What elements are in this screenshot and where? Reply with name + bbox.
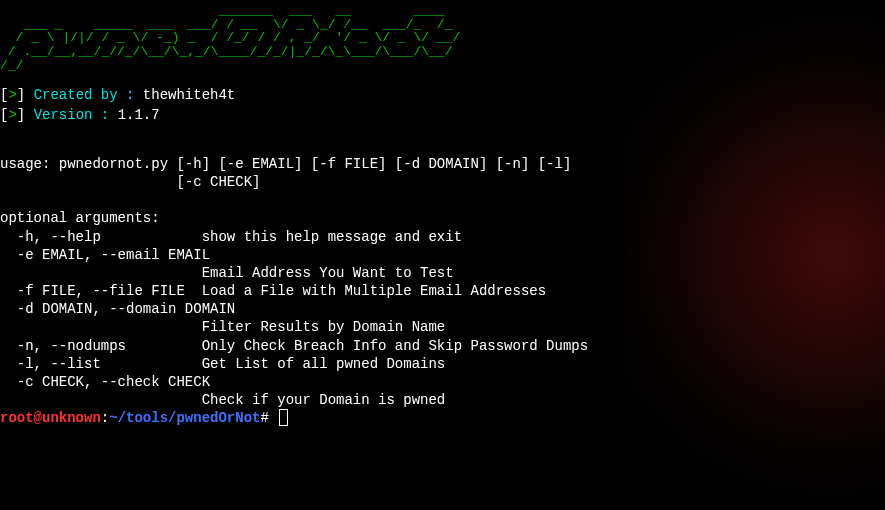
bracket-close: ] (17, 107, 25, 123)
bracket-close: ] (17, 87, 25, 103)
arg-check-2: Check if your Domain is pwned (0, 392, 445, 408)
arg-domain-1: -d DOMAIN, --domain DOMAIN (0, 301, 235, 317)
usage-line2: [-c CHECK] (0, 174, 260, 190)
created-by-value: thewhiteh4t (143, 87, 235, 103)
arg-email-1: -e EMAIL, --email EMAIL (0, 247, 210, 263)
prompt-user-host: root@unknown (0, 410, 101, 426)
arg-file: -f FILE, --file FILE Load a File with Mu… (0, 283, 546, 299)
arg-email-2: Email Address You Want to Test (0, 265, 454, 281)
arrow-icon: > (8, 107, 16, 123)
cursor-icon (279, 409, 288, 426)
arg-list: -l, --list Get List of all pwned Domains (0, 356, 445, 372)
created-by-label: Created by : (34, 87, 135, 103)
usage-line1: usage: pwnedornot.py [-h] [-e EMAIL] [-f… (0, 156, 571, 172)
prompt-hash: # (260, 410, 268, 426)
arg-domain-2: Filter Results by Domain Name (0, 319, 445, 335)
arg-help: -h, --help show this help message and ex… (0, 229, 462, 245)
prompt-path: ~/tools/pwnedOrNot (109, 410, 260, 426)
usage-block: usage: pwnedornot.py [-h] [-e EMAIL] [-f… (0, 137, 885, 428)
terminal-output: _______ ___ __ ____ ___ _ _____ ___ ___/… (0, 0, 885, 428)
created-by-line: [>] Created by : thewhiteh4t (0, 86, 885, 104)
version-line: [>] Version : 1.1.7 (0, 106, 885, 124)
arrow-icon: > (8, 87, 16, 103)
prompt-colon: : (101, 410, 109, 426)
arg-nodumps: -n, --nodumps Only Check Breach Info and… (0, 338, 588, 354)
shell-prompt[interactable]: root@unknown:~/tools/pwnedOrNot# (0, 410, 288, 426)
ascii-banner: _______ ___ __ ____ ___ _ _____ ___ ___/… (0, 4, 885, 72)
version-label: Version : (34, 107, 110, 123)
arg-check-1: -c CHECK, --check CHECK (0, 374, 210, 390)
version-value: 1.1.7 (118, 107, 160, 123)
optional-header: optional arguments: (0, 210, 160, 226)
